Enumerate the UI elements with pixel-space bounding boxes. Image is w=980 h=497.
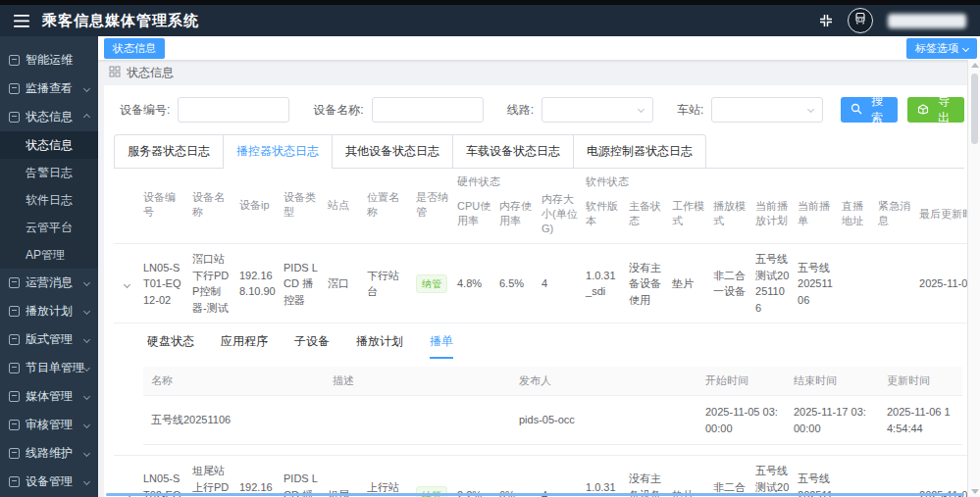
vertical-scrollbar[interactable] [967,60,980,497]
cell-station: 坦尾 [324,456,363,497]
menu-icon [9,420,20,430]
sidebar-subitem-3[interactable]: 云管平台 [0,214,98,241]
tag-options-label: 标签选项 [915,41,958,56]
scroll-down-arrow[interactable] [971,489,979,494]
menu-icon [9,277,20,288]
sidebar-item-7[interactable]: 媒体管理 [0,382,98,411]
detail-col-header-4: 结束时间 [786,367,879,395]
sidebar-item-4[interactable]: 播放计划 [0,297,98,325]
cell-mem: 6% [495,456,538,497]
scroll-thumb[interactable] [971,74,978,144]
cell-plan: 五号线测试20251106 [751,244,794,323]
sidebar-item-2[interactable]: 状态信息 [0,103,98,131]
chevron-down-icon [638,106,645,113]
tab-4[interactable]: 电源控制器状态日志 [574,134,706,168]
filter-input-1[interactable] [372,97,484,123]
export-button[interactable]: 导出 [907,97,964,123]
filter-label-0: 设备编号: [120,102,170,119]
header-right [819,8,966,33]
menu-icon [9,334,20,345]
cell-station: 滘口 [324,244,363,323]
col-header-type: 设备类型 [280,169,324,244]
sidebar-item-1[interactable]: 监播查看 [0,75,98,103]
log-tabs: 服务器状态日志播控器状态日志其他设备状态日志车载设备状态日志电源控制器状态日志 [114,134,964,169]
filter-label-1: 设备名称: [313,102,363,119]
tab-3[interactable]: 车载设备状态日志 [453,134,574,168]
horizontal-scrollbar[interactable] [106,493,964,496]
sidebar-subitem-label: AP管理 [26,247,89,264]
sidebar-subitem-4[interactable]: AP管理 [0,241,98,269]
cell-live [838,244,874,323]
sidebar-item-10[interactable]: 设备管理 [0,468,98,496]
filter-input-0[interactable] [178,97,289,123]
filter-label-3: 车站: [677,102,703,119]
sidebar-subitem-0[interactable]: 状态信息 [0,131,98,159]
detail-cell-5: 2025-11-06 14:54:44 [879,396,962,445]
tab-1[interactable]: 播控器状态日志 [224,134,333,168]
user-avatar[interactable] [848,8,873,33]
sidebar-subitem-1[interactable]: 告警日志 [0,159,98,186]
search-button[interactable]: 搜索 [841,97,898,123]
app-title: 乘客信息媒体管理系统 [42,12,199,30]
chevron-down-icon [962,44,969,51]
detail-cell-4: 2025-11-17 03:00:00 [786,396,879,445]
detail-tabs: 硬盘状态应用程序子设备播放计划播单 [143,323,974,359]
tag-options-button[interactable]: 标签选项 [906,38,977,59]
chevron-down-icon [83,308,90,315]
filter-select-3[interactable] [711,97,823,123]
group-header-hw: 硬件状态 [453,169,582,190]
expanded-detail-row: 硬盘状态应用程序子设备播放计划播单名称描述发布人开始时间结束时间更新时间五号线2… [114,323,974,456]
col-header-playlist: 当前播单 [794,190,838,244]
expand-toggle[interactable] [114,244,139,323]
tag-status-info[interactable]: 状态信息 [104,38,165,59]
cell-location: 上行站台 [363,456,412,497]
cell-playmode: 非二合一设备 [709,244,751,323]
cell-updated: 2025-11-06 16: [915,244,974,323]
sidebar-item-0[interactable]: 智能运维 [0,46,98,75]
expand-toggle[interactable] [114,456,139,497]
fullscreen-icon[interactable] [819,14,833,27]
sidebar-subitem-label: 云管平台 [26,220,89,236]
detail-tab-1[interactable]: 应用程序 [221,332,268,359]
detail-col-header-2: 发布人 [511,367,697,395]
detail-tab-3[interactable]: 播放计划 [356,332,403,359]
sidebar-item-3[interactable]: 运营消息 [0,269,98,297]
col-header-plan: 当前播放计划 [751,190,794,244]
grid-icon [109,66,121,80]
cell-playlist: 五号线20251106 [794,456,838,497]
sidebar-subitem-2[interactable]: 软件日志 [0,186,98,214]
menu-toggle-icon[interactable] [14,15,29,27]
col-header-workmode: 工作模式 [668,190,709,244]
detail-cell-1 [325,396,511,445]
detail-tab-0[interactable]: 硬盘状态 [147,332,194,359]
cell-memsize: 4 [538,456,582,497]
sidebar-subitem-label: 软件日志 [26,192,89,209]
col-header-managed: 是否纳管 [412,169,453,244]
tab-2[interactable]: 其他设备状态日志 [333,134,453,168]
sidebar-item-6[interactable]: 节目单管理 [0,354,98,382]
table-body: LN05-ST01-EQ12-02滘口站下行PDP控制器-测试192.168.1… [114,244,974,497]
detail-table-head: 名称描述发布人开始时间结束时间更新时间 [143,367,962,395]
menu-icon [9,55,20,66]
sidebar-item-label: 审核管理 [26,417,84,433]
sidebar-item-9[interactable]: 线路维护 [0,439,98,468]
cell-device_name: 坦尾站上行PDP控制器-测试 [188,456,235,497]
cell-cpu: 4.8% [453,244,495,323]
sidebar-item-label: 状态信息 [26,109,84,125]
filter-select-2[interactable] [542,97,653,123]
sidebar-item-label: 版式管理 [26,331,84,348]
col-header-emergency: 紧急消息 [874,190,915,244]
sidebar-item-8[interactable]: 审核管理 [0,411,98,439]
sidebar-item-5[interactable]: 版式管理 [0,325,98,354]
detail-tab-4[interactable]: 播单 [430,332,453,359]
layout: 智能运维监播查看状态信息状态信息告警日志软件日志云管平台AP管理运营消息播放计划… [0,36,980,497]
sidebar-subitem-label: 告警日志 [26,165,89,181]
tab-0[interactable]: 服务器状态日志 [114,134,224,168]
sidebar-item-label: 线路维护 [26,445,84,462]
menu-icon [9,363,20,373]
scroll-up-arrow[interactable] [971,63,979,68]
detail-tab-2[interactable]: 子设备 [294,332,330,359]
cell-location: 下行站台 [363,244,412,323]
export-button-label: 导出 [933,93,954,126]
filter-label-2: 线路: [507,102,534,119]
